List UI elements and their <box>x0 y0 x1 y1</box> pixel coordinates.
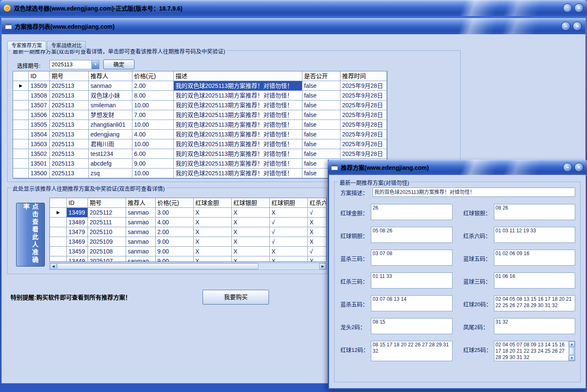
cell[interactable]: 13479 <box>67 227 88 237</box>
cell[interactable]: 我的双色球2025113期方案推荐！对错勿怪！ <box>174 81 302 91</box>
horizontal-scrollbar[interactable]: ◀ ▶ <box>49 263 326 270</box>
buy-button[interactable]: 我要购买 <box>203 290 269 305</box>
close-button[interactable]: ✕ <box>574 163 584 172</box>
table-row[interactable]: 134692025109sanmao9.00XX√X <box>50 237 326 247</box>
cell[interactable]: 2025年9月28日 <box>340 130 387 139</box>
field-value-box[interactable]: 01 11 33 <box>371 272 453 289</box>
cell[interactable]: 6.00 <box>132 149 174 159</box>
cell[interactable]: 13489 <box>67 218 88 227</box>
cell[interactable]: X <box>194 208 232 218</box>
scroll-down-icon[interactable]: ▼ <box>569 355 575 361</box>
cell[interactable]: 2025年9月28日 <box>340 139 387 149</box>
cell[interactable]: 9.00 <box>156 247 194 256</box>
column-header[interactable]: 红球银胆 <box>232 198 270 208</box>
cell[interactable]: 我的双色球2025113期方案推荐！对错勿怪！ <box>174 139 302 149</box>
cell[interactable]: false <box>302 139 340 149</box>
cell[interactable]: 2025108 <box>88 247 126 256</box>
cell[interactable]: 13509 <box>29 81 50 91</box>
cell[interactable]: 13499 <box>67 208 88 218</box>
column-header[interactable]: 红球铜胆 <box>270 198 308 208</box>
accuracy-button[interactable]: 点击查看此人准确率 <box>16 203 45 267</box>
column-header[interactable]: 推荐时间 <box>340 71 387 81</box>
cell[interactable]: X <box>194 218 232 227</box>
cell[interactable]: X <box>232 247 270 256</box>
column-header[interactable]: 是否公开 <box>302 71 340 81</box>
cell[interactable]: sanmao <box>126 208 156 218</box>
cell[interactable]: √ <box>308 208 326 218</box>
cell[interactable]: √ <box>270 237 308 247</box>
cell[interactable]: X <box>194 256 232 262</box>
scroll-right-icon[interactable]: ▶ <box>319 263 326 270</box>
cell[interactable]: 2.00 <box>132 81 174 91</box>
column-header[interactable]: 价格(元) <box>156 198 194 208</box>
cell[interactable]: 2025112 <box>88 208 126 218</box>
cell[interactable]: X <box>194 227 232 237</box>
cell[interactable]: X <box>194 237 232 247</box>
cell[interactable]: 2025113 <box>50 149 89 159</box>
row-header[interactable] <box>13 159 29 169</box>
cell[interactable]: 13506 <box>29 110 50 120</box>
cell[interactable]: sanmao <box>126 237 156 247</box>
cell[interactable]: 2025年9月28日 <box>340 120 387 130</box>
cell[interactable]: false <box>302 101 340 110</box>
cell[interactable]: 2025113 <box>50 159 89 169</box>
row-header[interactable] <box>50 247 67 256</box>
cell[interactable]: 10.00 <box>132 120 174 130</box>
cell[interactable]: 13501 <box>29 159 50 169</box>
table-row[interactable]: 134792025110sanmao2.00XX√X <box>50 227 326 237</box>
field-value-box[interactable]: 26 <box>371 204 453 220</box>
close-button[interactable]: ✕ <box>574 3 584 13</box>
field-value-box[interactable]: 05 08 26 <box>371 227 453 243</box>
cell[interactable]: X <box>232 237 270 247</box>
cell[interactable]: 2025107 <box>88 256 126 262</box>
cell[interactable]: X <box>270 247 308 256</box>
cell[interactable]: 13500 <box>29 169 50 178</box>
cell[interactable]: sanmao <box>126 218 156 227</box>
cell[interactable]: 我的双色球2025113期方案推荐！对错勿怪！ <box>174 110 302 120</box>
cell[interactable]: 2025110 <box>88 227 126 237</box>
cell[interactable]: 7.00 <box>132 110 174 120</box>
cell[interactable]: zhangtianli01 <box>89 120 132 130</box>
cell[interactable]: X <box>270 208 308 218</box>
column-header[interactable]: 期号 <box>50 71 89 81</box>
row-header[interactable]: ▶ <box>13 81 29 91</box>
cell[interactable]: 13504 <box>29 130 50 139</box>
table-row[interactable]: 135042025113edengjiang4.00我的双色球2025113期方… <box>13 130 387 139</box>
cell[interactable]: X <box>308 237 326 247</box>
cell[interactable]: X <box>232 208 270 218</box>
confirm-button[interactable]: 确定 <box>103 60 134 69</box>
cell[interactable]: 13449 <box>67 256 88 262</box>
minimize-button[interactable]: – <box>561 22 571 31</box>
minimize-button[interactable]: – <box>563 163 572 172</box>
table-row[interactable]: 135022025113test12346.00我的双色球2025113期方案推… <box>13 149 387 159</box>
cell[interactable]: 13505 <box>29 120 50 130</box>
row-header[interactable] <box>13 139 29 149</box>
cell[interactable]: 2025113 <box>50 120 89 130</box>
cell[interactable]: X <box>308 218 326 227</box>
cell[interactable]: √ <box>308 247 326 256</box>
cell[interactable]: 2025109 <box>88 237 126 247</box>
field-value-box[interactable]: 01 02 06 09 16 <box>494 250 576 266</box>
field-value-box[interactable]: 03 07 08 <box>371 250 453 266</box>
cell[interactable]: sanmao <box>126 247 156 256</box>
cell[interactable]: 9.00 <box>132 159 174 169</box>
cell[interactable]: 13469 <box>67 237 88 247</box>
cell[interactable]: X <box>232 218 270 227</box>
field-value-box[interactable]: 01 06 16 <box>494 272 576 289</box>
history-grid[interactable]: ID期号推荐人价格(元)红球金胆红球银胆红球铜胆红杀六码▶13499202511… <box>49 198 326 262</box>
cell[interactable]: 13502 <box>29 149 50 159</box>
cell[interactable]: sanmao <box>126 227 156 237</box>
scrollbar-thumb[interactable] <box>57 263 258 270</box>
row-header[interactable] <box>13 101 29 110</box>
row-header[interactable]: ▶ <box>50 208 67 218</box>
cell[interactable]: 2025113 <box>50 110 89 120</box>
field-value-box[interactable]: 08 15 <box>371 318 453 334</box>
table-row[interactable]: 135062025113梦想发财7.00我的双色球2025113期方案推荐！对错… <box>13 110 387 120</box>
cell[interactable]: 我的双色球2025113期方案推荐！对错勿怪！ <box>174 130 302 139</box>
row-header[interactable] <box>13 91 29 101</box>
cell[interactable]: zsq <box>89 169 132 178</box>
column-header[interactable]: 红球金胆 <box>194 198 232 208</box>
cell[interactable]: false <box>302 120 340 130</box>
period-combobox[interactable]: 2025113 ▼ <box>49 60 99 69</box>
table-row[interactable]: 135082025113双色球小妹8.00我的双色球2025113期方案推荐！对… <box>13 91 387 101</box>
